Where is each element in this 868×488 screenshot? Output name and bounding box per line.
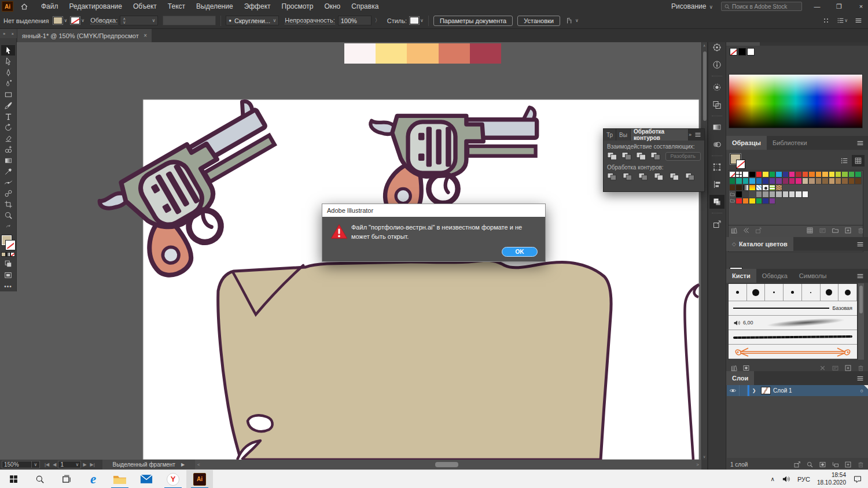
swatch[interactable] bbox=[841, 178, 848, 184]
prev-artboard-icon[interactable]: ◀ bbox=[53, 462, 56, 467]
delete-layer-icon[interactable] bbox=[857, 461, 865, 468]
remove-brush-stroke-icon[interactable] bbox=[819, 364, 826, 372]
screen-mode-icon[interactable] bbox=[1, 271, 15, 280]
vertical-scroll-thumb[interactable] bbox=[703, 51, 707, 121]
swatch[interactable] bbox=[835, 178, 841, 184]
vertical-scrollbar[interactable]: ∧ ∨ bbox=[701, 42, 707, 460]
calligraphic-brush[interactable] bbox=[821, 284, 839, 301]
scroll-down-arrow[interactable]: ∨ bbox=[703, 454, 705, 459]
swatch[interactable] bbox=[822, 178, 828, 184]
ok-button[interactable]: OK bbox=[502, 247, 538, 257]
collapse-panel-icon[interactable]: » bbox=[689, 132, 692, 138]
swatch[interactable] bbox=[789, 178, 795, 184]
swatch[interactable] bbox=[775, 178, 782, 184]
menu-файл[interactable]: Файл bbox=[41, 2, 58, 10]
rotate-tool[interactable] bbox=[1, 122, 15, 132]
swatch-libraries-icon[interactable] bbox=[730, 227, 738, 234]
swatch-options-icon[interactable] bbox=[819, 227, 826, 234]
swatch[interactable] bbox=[756, 178, 762, 184]
swatch[interactable] bbox=[841, 171, 848, 178]
tab-align[interactable]: Вы bbox=[616, 129, 631, 141]
swatch[interactable] bbox=[855, 171, 861, 178]
swatch[interactable] bbox=[808, 171, 815, 178]
dock-gradient-icon[interactable] bbox=[709, 120, 724, 134]
horizontal-scrollbar[interactable]: < > bbox=[195, 460, 701, 469]
intersect-icon[interactable] bbox=[636, 151, 646, 161]
menu-просмотр[interactable]: Просмотр bbox=[282, 2, 314, 10]
tab-libraries[interactable]: Библиотеки bbox=[767, 136, 813, 150]
adobe-stock-search[interactable] bbox=[721, 2, 802, 11]
artboard-number-field[interactable]: 1∨ bbox=[58, 461, 81, 468]
zoom-level-field[interactable]: 150% bbox=[2, 461, 32, 468]
color-black-swatch[interactable] bbox=[738, 48, 746, 56]
volume-icon[interactable] bbox=[782, 475, 790, 483]
swatch[interactable] bbox=[775, 171, 782, 178]
next-artboard-icon[interactable]: ▶ bbox=[83, 462, 86, 467]
swatch[interactable] bbox=[802, 178, 808, 184]
menu-текст[interactable]: Текст bbox=[168, 2, 185, 10]
document-setup-button[interactable]: Параметры документа bbox=[433, 16, 513, 26]
layer-row[interactable]: ❯ Слой 1 ○ bbox=[727, 385, 868, 396]
swatch[interactable] bbox=[749, 171, 755, 178]
calligraphic-brush[interactable] bbox=[802, 284, 821, 301]
tab-color-guide[interactable]: ◇Каталог цветов bbox=[726, 237, 793, 251]
opacity-more-arrow[interactable]: 〉 bbox=[375, 17, 380, 24]
blend-tool[interactable] bbox=[1, 188, 15, 198]
menu-справка[interactable]: Справка bbox=[351, 2, 378, 10]
eraser-tool[interactable] bbox=[1, 133, 15, 143]
stroke-weight-field[interactable]: ∧∨∨ bbox=[120, 16, 158, 25]
opacity-field[interactable]: 100% bbox=[338, 16, 372, 25]
dock-color-guide-icon[interactable] bbox=[709, 40, 724, 54]
exclude-icon[interactable] bbox=[650, 151, 661, 161]
shape-builder-tool[interactable] bbox=[1, 144, 15, 154]
home-icon[interactable] bbox=[20, 3, 28, 10]
trim-icon[interactable] bbox=[623, 172, 632, 181]
swatch[interactable] bbox=[769, 178, 775, 184]
swatch[interactable] bbox=[735, 171, 742, 178]
tab-brushes[interactable]: Кисти bbox=[726, 269, 756, 283]
swatch[interactable] bbox=[756, 184, 762, 191]
gradient-mode-icon[interactable] bbox=[6, 252, 10, 257]
taskbar-clock[interactable]: 18:54 18.10.2020 bbox=[817, 472, 846, 486]
action-center-icon[interactable] bbox=[853, 475, 862, 484]
edge-button[interactable]: e bbox=[80, 470, 106, 488]
dock-pathfinder-icon[interactable] bbox=[709, 195, 724, 209]
color-none-swatch[interactable] bbox=[730, 48, 737, 56]
swatch[interactable] bbox=[735, 191, 742, 197]
swatch[interactable] bbox=[782, 171, 789, 178]
minus-front-icon[interactable] bbox=[621, 151, 632, 161]
swatch[interactable] bbox=[742, 191, 749, 197]
tab-layers[interactable]: Слои bbox=[726, 371, 754, 385]
grid-view-icon[interactable] bbox=[852, 155, 865, 167]
divide-icon[interactable] bbox=[607, 172, 617, 181]
swatch[interactable] bbox=[815, 171, 822, 178]
menu-выделение[interactable]: Выделение bbox=[196, 2, 233, 10]
swatch[interactable] bbox=[729, 184, 735, 191]
swatch[interactable] bbox=[749, 184, 755, 191]
swatch[interactable] bbox=[769, 198, 775, 204]
delete-swatch-icon[interactable] bbox=[857, 227, 865, 234]
delete-brush-icon[interactable] bbox=[857, 364, 865, 372]
basic-brush-item[interactable]: Базовая bbox=[729, 301, 857, 316]
new-brush-icon[interactable] bbox=[844, 364, 852, 372]
artboard-tool[interactable] bbox=[1, 199, 15, 209]
swatch[interactable] bbox=[762, 184, 768, 191]
workspace-switcher[interactable]: Рисование∨ bbox=[671, 2, 713, 10]
zoom-level-chevron[interactable]: ∨ bbox=[32, 461, 40, 468]
new-layer-icon[interactable] bbox=[844, 461, 852, 468]
swatch[interactable] bbox=[795, 171, 801, 178]
charcoal-brush-item[interactable]: 6,00 bbox=[729, 316, 857, 330]
dock-align-icon[interactable] bbox=[709, 178, 724, 191]
swatch[interactable] bbox=[802, 191, 808, 197]
minus-back-icon[interactable] bbox=[685, 172, 695, 181]
swatch[interactable] bbox=[756, 191, 762, 197]
new-swatch-icon[interactable] bbox=[844, 227, 852, 234]
style-chevron[interactable]: ∨ bbox=[420, 18, 424, 23]
rectangle-tool[interactable] bbox=[1, 89, 15, 99]
swatch[interactable] bbox=[795, 191, 801, 197]
swatches-fill-stroke-indicator[interactable] bbox=[730, 154, 748, 171]
swatch[interactable] bbox=[729, 178, 735, 184]
swatch[interactable] bbox=[782, 191, 789, 197]
swatch[interactable] bbox=[735, 198, 742, 204]
scroll-right-arrow[interactable]: > bbox=[696, 462, 699, 467]
